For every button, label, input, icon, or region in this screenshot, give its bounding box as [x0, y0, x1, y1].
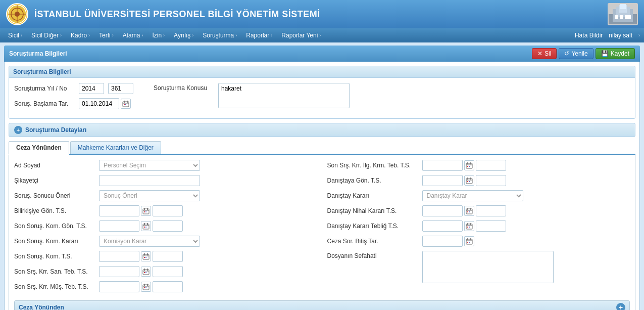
danistay-nihai-date-input[interactable]	[422, 205, 463, 216]
danistay-karar-select[interactable]: Danıştay Karar	[422, 190, 523, 201]
header-right-logo	[608, 3, 638, 25]
grid-add-button[interactable]: +	[616, 303, 625, 310]
danistay-karar-teb-date-input[interactable]	[422, 220, 463, 232]
delete-button[interactable]: ✕ Sil	[532, 48, 557, 59]
son-kom-ts-cal-icon[interactable]	[141, 251, 151, 261]
subject-label: Soruşturma Konusu	[154, 83, 214, 92]
son-srs-mus-cal-icon[interactable]	[141, 282, 151, 292]
son-srs-mus-date-input[interactable]	[99, 281, 139, 292]
nav-item-kadro[interactable]: Kadro ›	[67, 30, 94, 41]
refresh-button[interactable]: ↺ Yenile	[559, 48, 593, 59]
navigation: Sicil › Sicil Diğer › Kadro › Terfi › At…	[0, 28, 644, 42]
svg-rect-37	[145, 257, 146, 258]
son-kom-ts-date-input[interactable]	[99, 251, 139, 262]
nav-chevron-ayrilis: ›	[192, 33, 193, 38]
bilirkisiye-date-input[interactable]	[99, 205, 139, 216]
ceza-grid-section: Ceza Yönünden + KİMLİK_NO Ad Soyad Şikay…	[14, 300, 630, 310]
ceza-sor-label: Ceza Sor. Bitiş Tar.	[327, 238, 418, 245]
son-kom-karar-select[interactable]: Komisyon Karar	[99, 236, 200, 247]
tab-content-ceza: Ad Soyad Personel Seçim Şikayetçi Soruş.…	[9, 155, 635, 310]
main-content: Soruşturma Bilgileri Soruşturma Yıl / No…	[4, 62, 640, 310]
nav-item-sicil[interactable]: Sicil ›	[4, 30, 26, 41]
ad-soyad-select[interactable]: Personel Seçim	[99, 160, 200, 171]
no-input[interactable]	[108, 83, 133, 94]
son-srs-ilg-text-input[interactable]	[476, 160, 506, 171]
ceza-sor-date-input[interactable]	[422, 236, 463, 247]
bilirkisiye-text-input[interactable]	[153, 205, 183, 216]
sikayetci-row: Şikayetçi	[14, 175, 317, 186]
delete-icon: ✕	[537, 50, 542, 57]
svg-rect-9	[620, 4, 626, 9]
son-srs-san-date-input[interactable]	[99, 266, 139, 277]
svg-rect-31	[145, 227, 146, 228]
nav-item-ayrilis[interactable]: Ayrılış ›	[170, 30, 197, 41]
dosya-sefahati-label: Dosyanın Sefahati	[327, 251, 418, 259]
hata-bildir-link[interactable]: Hata Bildir	[575, 32, 603, 39]
start-date-calendar-icon[interactable]	[121, 99, 131, 109]
start-date-input[interactable]	[79, 98, 119, 109]
danistay-karar-teb-text-input[interactable]	[476, 220, 506, 232]
son-srs-san-date-group	[99, 266, 183, 277]
year-no-row: Soruşturma Yıl / No	[14, 83, 133, 94]
nav-chevron-sicil: ›	[21, 33, 22, 38]
son-srs-ilg-cal-icon[interactable]	[464, 160, 474, 170]
son-srs-san-cal-icon[interactable]	[141, 267, 151, 277]
bilirkisiye-row: Bilirkişiye Gön. T.S.	[14, 205, 317, 216]
nav-chevron-kadro: ›	[88, 33, 90, 38]
nav-item-izin[interactable]: İzin ›	[148, 30, 169, 41]
sikayetci-input[interactable]	[99, 175, 200, 186]
user-link[interactable]: nilay salt	[609, 32, 632, 39]
son-kom-ts-row: Son Soruş. Kom. T.S.	[14, 251, 317, 262]
son-srs-ilg-date-input[interactable]	[422, 160, 463, 171]
son-srs-mus-text-input[interactable]	[153, 281, 183, 292]
nav-item-raporlar-yeni[interactable]: Raporlar Yeni ›	[277, 30, 325, 41]
sorusturma-bilgileri-header: Soruşturma Bilgileri	[9, 66, 635, 78]
nav-chevron-atama: ›	[141, 33, 143, 38]
svg-rect-19	[125, 104, 126, 105]
son-srs-mus-date-group	[99, 281, 183, 292]
son-srs-san-text-input[interactable]	[153, 266, 183, 277]
svg-rect-24	[144, 211, 145, 212]
son-sorus-gon-date-input[interactable]	[99, 220, 139, 232]
nav-chevron-sorusturma: ›	[235, 33, 237, 38]
tab-mahkeme-kararlari[interactable]: Mahkeme Kararları ve Diğer	[70, 141, 161, 154]
start-date-group	[79, 98, 131, 109]
year-input[interactable]	[79, 83, 104, 94]
save-button[interactable]: 💾 Kaydet	[596, 48, 635, 59]
nav-chevron-terfi: ›	[112, 33, 114, 38]
nav-item-raporlar[interactable]: Raporlar ›	[242, 30, 276, 41]
son-sorus-gon-cal-icon[interactable]	[141, 221, 151, 231]
nav-item-sorusturma[interactable]: Soruşturma ›	[199, 30, 241, 41]
ceza-sor-cal-icon[interactable]	[464, 236, 474, 246]
son-kom-karar-row: Son Soruş. Kom. Kararı Komisyon Karar	[14, 236, 317, 247]
tab-ceza-yonunden[interactable]: Ceza Yönünden	[9, 141, 69, 155]
bilirkisiye-date-group	[99, 205, 183, 216]
nav-chevron-raporlar-yeni: ›	[319, 33, 321, 38]
bilirkisiye-cal-icon[interactable]	[141, 206, 151, 216]
ceza-grid-header: Ceza Yönünden +	[15, 301, 629, 310]
accordion-label: Soruşturma Detayları	[25, 126, 86, 134]
svg-rect-72	[467, 227, 468, 228]
danistay-nihai-cal-icon[interactable]	[464, 206, 474, 216]
nav-item-sicil-diger[interactable]: Sicil Diğer ›	[27, 30, 66, 41]
danistay-nihai-text-input[interactable]	[476, 205, 506, 216]
nav-item-terfi[interactable]: Terfi ›	[95, 30, 118, 41]
subject-textarea[interactable]: hakaret	[218, 83, 350, 108]
ceza-sor-row: Ceza Sor. Bitiş Tar.	[327, 236, 630, 247]
son-sorus-gon-date-group	[99, 220, 183, 232]
svg-rect-11	[620, 15, 623, 19]
danistaya-gon-date-input[interactable]	[422, 175, 463, 186]
danistaya-gon-text-input[interactable]	[476, 175, 506, 186]
danistay-karar-teb-cal-icon[interactable]	[464, 221, 474, 231]
sonuc-oneri-select[interactable]: Sonuç Öneri	[99, 190, 200, 201]
dosya-sefahati-textarea[interactable]	[422, 251, 554, 283]
accordion-sorusturma-detaylari[interactable]: + Soruşturma Detayları	[9, 123, 635, 137]
danistaya-gon-cal-icon[interactable]	[464, 175, 474, 186]
svg-rect-30	[144, 227, 145, 228]
son-sorus-gon-text-input[interactable]	[153, 220, 183, 232]
danistaya-gon-label: Danıştaya Gön. T.S.	[327, 177, 418, 184]
son-kom-ts-text-input[interactable]	[153, 251, 183, 262]
start-date-row: Soruş. Başlama Tar.	[14, 98, 133, 109]
nav-item-atama[interactable]: Atama ›	[119, 30, 147, 41]
year-label: Soruşturma Yıl / No	[14, 85, 75, 92]
